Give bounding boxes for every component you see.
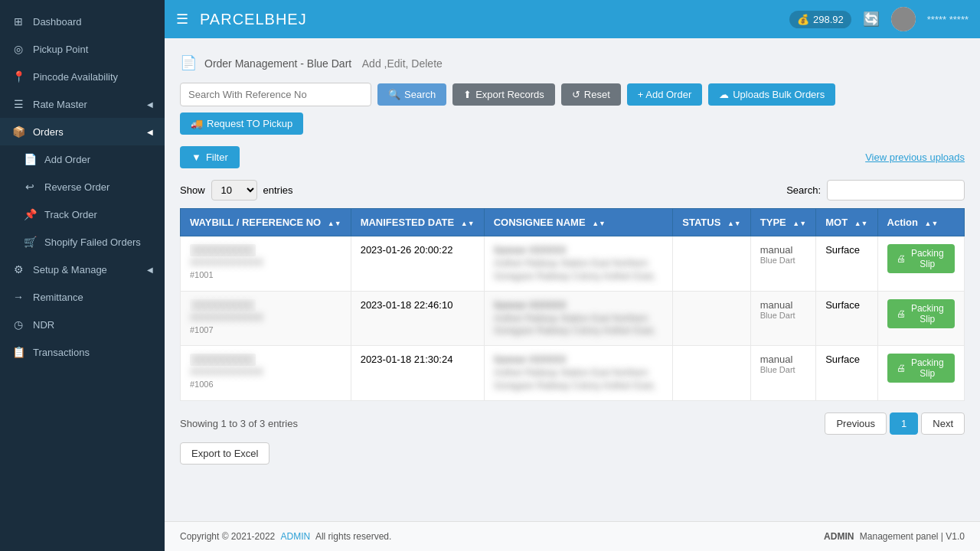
shopify-icon: 🛒 [23,236,37,248]
sidebar-item-shopify[interactable]: 🛒 Shopify Failed Orders [0,228,165,256]
table-row: XXXXXXXXXX XXXXXXXXXXXX #1001 2023-01-26… [181,236,965,292]
col-mot: MOT ▲▼ [816,209,877,236]
sidebar-item-pincode[interactable]: 📍 Pincode Availability [0,63,165,90]
sort-manifested[interactable]: ▲▼ [461,220,475,227]
sidebar-item-reverse-order[interactable]: ↩ Reverse Order [0,173,165,201]
sidebar-item-transactions[interactable]: 📋 Transactions [0,338,165,366]
sidebar-item-track-order[interactable]: 📌 Track Order [0,201,165,228]
waybill-main-0: XXXXXXXXXX [190,244,256,256]
sidebar-item-pickup-point[interactable]: ◎ Pickup Point [0,35,165,63]
pincode-icon: 📍 [11,70,25,83]
brand-bold: PARCEL [200,11,265,28]
page-1-button[interactable]: 1 [890,412,918,435]
filter-icon: ▼ [191,152,201,163]
table-search-input[interactable] [827,180,965,201]
bulk-orders-button[interactable]: ☁ Uploads Bulk Orders [708,83,835,106]
history-icon[interactable]: 🔄 [863,11,880,28]
sidebar-label-remittance: Remittance [33,292,83,303]
transactions-icon: 📋 [11,346,25,358]
username-text: ***** ***** [927,14,969,25]
footer-admin-link[interactable]: ADMIN [281,531,311,542]
ndr-icon: ◷ [11,318,25,331]
ref-num-0: #1001 [190,270,341,279]
table-search-control: Search: [786,180,965,201]
hamburger-icon[interactable]: ☰ [176,11,188,28]
cell-type-1: manual Blue Dart [750,291,815,346]
sidebar-item-dashboard[interactable]: ⊞ Dashboard [0,8,165,35]
sort-waybill[interactable]: ▲▼ [328,220,341,227]
pagination: Previous 1 Next [825,412,965,435]
avatar-circle [891,7,916,31]
remittance-icon: → [11,291,25,303]
brand-light: BHEJ [265,11,307,28]
entries-select[interactable]: 10 25 50 100 [211,180,257,201]
footer-left: Copyright © 2021-2022 ADMIN All rights r… [180,531,391,542]
filter-button[interactable]: ▼ Filter [180,146,240,168]
sidebar-label-transactions: Transactions [33,347,90,358]
sidebar-item-rate-master[interactable]: ☰ Rate Master ◀ [0,90,165,118]
sidebar-item-ndr[interactable]: ◷ NDR [0,311,165,338]
cell-type-0: manual Blue Dart [750,236,815,292]
reverse-icon: ↩ [23,181,37,193]
prev-button[interactable]: Previous [825,412,887,435]
cell-action-2: 🖨 Packing Slip [877,346,964,401]
export-excel-button[interactable]: Export to Excel [180,442,270,465]
export-btn-label: Export Records [475,89,544,100]
page-body: 📄 Order Management - Blue Dart Add ,Edit… [165,38,980,521]
setup-arrow: ◀ [147,266,153,274]
avatar[interactable] [891,7,916,31]
sort-status[interactable]: ▲▼ [727,220,741,227]
ref-num-2: #1006 [190,380,341,389]
add-order-button[interactable]: + Add Order [627,83,702,106]
sidebar-item-add-order[interactable]: 📄 Add Order [0,145,165,173]
packing-slip-button-1[interactable]: 🖨 Packing Slip [887,299,955,328]
sidebar-label-orders: Orders [33,126,64,138]
main-content: ☰ PARCELBHEJ 💰 298.92 🔄 ***** ***** [165,0,980,551]
footer-right: ADMIN Management panel | V1.0 [824,531,965,542]
show-label: Show [180,184,205,196]
view-prev-uploads-link[interactable]: View previous uploads [865,152,965,163]
reset-icon: ↺ [572,89,580,100]
col-consignee: CONSIGNEE NAME ▲▼ [484,209,673,236]
add-order-icon: 📄 [23,153,37,165]
waybill-main-1: XXXXXXXXXX [190,299,256,311]
topbar-left: ☰ PARCELBHEJ [176,11,307,28]
sidebar-label-dashboard: Dashboard [33,16,82,28]
consignee-name-0: Sameer XXXXXX [494,245,567,256]
consignee-name-1: Sameer XXXXXX [494,300,567,311]
packing-slip-button-0[interactable]: 🖨 Packing Slip [887,244,955,273]
search-ref-input[interactable] [180,83,371,106]
footer-rights: All rights reserved. [315,531,391,542]
sort-action[interactable]: ▲▼ [925,220,939,227]
sidebar-label-rate: Rate Master [33,99,87,110]
request-pickup-button[interactable]: 🚚 Request TO Pickup [180,112,303,135]
sidebar-item-setup[interactable]: ⚙ Setup & Manage ◀ [0,256,165,283]
sidebar-label-ndr: NDR [33,319,54,331]
footer: Copyright © 2021-2022 ADMIN All rights r… [165,521,980,551]
col-manifested-date: MANIFESTED DATE ▲▼ [351,209,484,236]
next-button[interactable]: Next [921,412,965,435]
type-manual-0: manual [760,244,806,256]
reset-button[interactable]: ↺ Reset [561,83,621,106]
export-records-button[interactable]: ⬆ Export Records [452,83,555,106]
showing-text: Showing 1 to 3 of 3 entries [180,418,298,429]
rate-arrow: ◀ [147,100,153,109]
sidebar-label-pickup: Pickup Point [33,44,88,55]
pickup-btn-label: Request TO Pickup [207,118,292,129]
packing-slip-button-2[interactable]: 🖨 Packing Slip [887,354,955,383]
sort-consignee[interactable]: ▲▼ [592,220,606,227]
reset-btn-label: Reset [584,89,610,100]
table-controls: Show 10 25 50 100 entries Search: [180,180,965,201]
waybill-main-2: XXXXXXXXXX [190,354,256,366]
consignee-addr-0: Ardheri Railway Station East Northern Go… [494,257,664,283]
search-button[interactable]: 🔍 Search [377,83,446,106]
sidebar-item-remittance[interactable]: → Remittance [0,283,165,311]
cell-mot-2: Surface [816,346,877,401]
entries-select-group: Show 10 25 50 100 entries [180,180,293,201]
waybill-sub-2: XXXXXXXXXXXX [190,367,263,377]
sort-type[interactable]: ▲▼ [792,220,806,227]
sidebar-item-orders[interactable]: 📦 Orders ◀ [0,118,165,145]
table-search-label: Search: [786,184,821,196]
sort-mot[interactable]: ▲▼ [854,220,868,227]
cell-consignee-2: Sameer XXXXXX Ardheri Railway Station Ea… [484,346,673,401]
